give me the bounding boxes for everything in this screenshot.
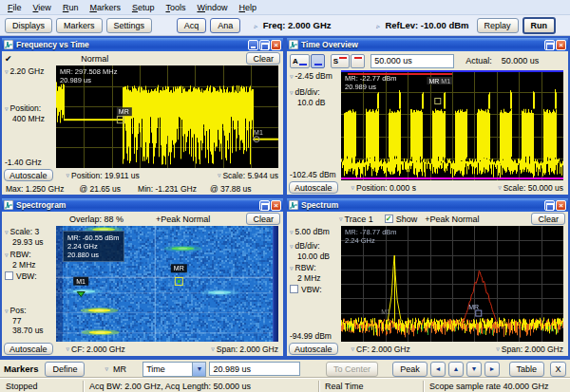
trace-enabled-check[interactable]: ✔ [5,54,12,64]
show-label: Show [396,215,418,224]
menu-window[interactable]: Window [192,2,234,13]
maximize-button[interactable] [544,40,555,50]
dbdiv-field-value[interactable]: 10.00 dB [290,252,330,261]
marker-value-input[interactable] [209,362,300,376]
replay-button[interactable]: Replay [477,18,519,33]
analysis-length-input[interactable] [370,54,454,68]
x-scale-field[interactable]: Scale: 50.000 us [504,183,563,193]
peak-down-button[interactable]: ▼ [466,362,482,377]
freq-vs-time-titlebar[interactable]: Frequency vs Time × [2,38,283,51]
y-max-field[interactable]: -2.45 dBm [295,71,332,81]
menu-file[interactable]: File [3,2,28,13]
menu-view[interactable]: View [28,2,58,13]
trace-mode-label[interactable]: Normal [81,54,108,64]
rbw-field-label[interactable]: RBW: [10,250,31,259]
menu-setup[interactable]: Setup [127,2,162,13]
peak-up-button[interactable]: ▲ [448,362,464,377]
dbdiv-field-label[interactable]: dB/div: [295,241,320,251]
menu-markers[interactable]: Markers [85,2,127,13]
x-scale-field[interactable]: Scale: 5.944 us [222,171,278,180]
define-markers-button[interactable]: Define [45,362,85,377]
span-field[interactable]: Span: 2.000 GHz [502,345,563,354]
detection-mode-label[interactable]: +Peak Normal [425,215,479,224]
analysis-length-button[interactable] [311,54,325,68]
maximize-button[interactable] [259,200,270,211]
span-field[interactable]: Span: 2.000 GHz [217,345,278,354]
selected-marker-label[interactable]: MR [113,364,126,374]
spectrum-titlebar[interactable]: Spectrum × [287,198,568,212]
autoscale-button[interactable]: Autoscale [289,343,338,355]
menu-run[interactable]: Run [58,2,86,13]
peak-right-button[interactable]: ► [484,362,500,377]
rbw-field-label[interactable]: RBW: [295,263,316,272]
autoscale-button[interactable]: Autoscale [4,343,53,355]
spectrum-plot[interactable] [341,226,563,342]
clear-button[interactable]: Clear [246,52,280,65]
marker-domain-select[interactable]: Time ▼ [142,362,206,377]
time-overview-titlebar[interactable]: Time Overview × [287,38,568,51]
reflev-readout[interactable]: RefLev: -10.00 dBm [385,20,468,30]
autoscale-button[interactable]: Autoscale [4,169,53,181]
spectrogram-titlebar[interactable]: Spectrogram × [2,198,283,212]
close-button[interactable]: × [271,40,281,50]
y-max-field[interactable]: 5.00 dBm [295,227,330,236]
settings-button[interactable]: Settings [106,18,153,33]
pos-field-value[interactable]: 77 [5,316,21,326]
maximize-button[interactable] [544,200,555,211]
freq-vs-time-plot[interactable] [56,65,278,168]
spectrogram-scrollbar[interactable] [273,226,278,342]
acq-button[interactable]: Acq [177,18,207,33]
detection-mode-label[interactable]: +Peak Normal [156,215,210,224]
pos-field-label[interactable]: Pos: [10,306,27,315]
cf-field[interactable]: CF: 2.000 GHz [71,345,125,354]
trace-selector[interactable]: Trace 1 [345,215,373,224]
maximize-button[interactable] [259,40,270,50]
menu-tools[interactable]: Tools [161,2,192,13]
close-button[interactable]: × [556,200,566,211]
menu-help[interactable]: Help [234,2,263,13]
freq-vs-time-controls: ✔ Normal Clear [2,51,283,65]
show-checkbox[interactable]: ✓ [385,215,393,223]
analysis-time-button[interactable]: A [290,54,310,68]
spectrum-length-button[interactable] [351,54,365,68]
y-max-field[interactable]: 2.20 GHz [10,66,45,76]
clear-button[interactable]: Clear [531,213,565,225]
chevron-down-icon[interactable]: ▼ [192,363,205,376]
to-center-button[interactable]: To Center [326,362,378,377]
displays-button[interactable]: Displays [5,18,52,33]
overlap-label[interactable]: Overlap: 88 % [69,215,124,224]
close-button[interactable]: × [271,200,281,211]
position-field-label[interactable]: Position: [10,103,42,113]
dbdiv-field-value[interactable]: 10.0 dB [290,98,325,107]
run-button[interactable]: Run [522,17,557,34]
spectrum-time-button[interactable]: S [331,54,350,68]
cf-field[interactable]: CF: 2.000 GHz [356,345,410,354]
spectrogram-plot[interactable] [56,226,273,342]
scale-field-label[interactable]: Scale: 3 [10,227,40,236]
x-position-field[interactable]: Position: 0.000 s [356,183,416,193]
rbw-field-value[interactable]: 2 MHz [290,273,321,283]
marker-table-button[interactable]: Table [509,362,545,377]
peak-left-button[interactable]: ◄ [430,362,446,377]
close-markers-bar-button[interactable]: X [550,362,566,377]
vbw-checkbox[interactable] [5,271,13,280]
dbdiv-field-label[interactable]: dB/div: [295,87,320,97]
field-caret-icon [254,21,259,30]
scale-field-value[interactable]: 29.93 us [5,237,44,247]
ana-button[interactable]: Ana [210,18,240,33]
panel-frequency-vs-time: Frequency vs Time × ✔ Normal Clear 2.20 … [0,36,285,196]
freq-readout[interactable]: Freq: 2.000 GHz [263,20,332,30]
pos-field-time[interactable]: 38.70 us [5,326,44,335]
close-button[interactable]: × [556,40,566,50]
vbw-checkbox[interactable] [290,285,298,293]
max-value: 1.250 GHz [26,184,65,194]
x-position-field[interactable]: Position: 19.911 us [71,171,140,180]
minimize-button[interactable] [248,40,258,50]
markers-button[interactable]: Markers [56,18,103,33]
clear-button[interactable]: Clear [246,213,280,225]
position-field-value[interactable]: 400 MHz [5,114,45,123]
peak-search-button[interactable]: Peak [392,362,428,377]
rbw-field-value[interactable]: 2 MHz [5,260,36,270]
time-overview-plot[interactable] [341,70,563,180]
autoscale-button[interactable]: Autoscale [289,181,338,194]
